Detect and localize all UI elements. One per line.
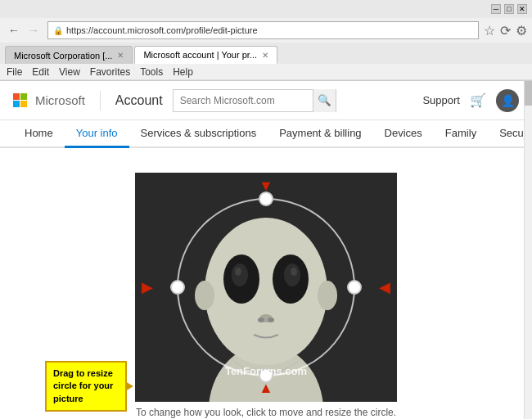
title-bar: ─ □ ✕ <box>0 0 532 18</box>
menu-tools[interactable]: Tools <box>140 66 163 78</box>
resize-handle-right[interactable] <box>347 280 362 295</box>
tab-your-info[interactable]: Your info <box>65 120 129 148</box>
maximize-button[interactable]: □ <box>504 4 514 14</box>
sq-yellow <box>20 101 27 107</box>
arrow-top: ▼ <box>259 178 273 195</box>
scrollbar[interactable] <box>524 81 532 419</box>
refresh-icon[interactable]: ⟳ <box>500 23 511 38</box>
close-button[interactable]: ✕ <box>517 4 527 14</box>
tab-microsoft-corp[interactable]: Microsoft Corporation [... ✕ <box>5 46 133 64</box>
tooltip-arrow <box>125 381 133 391</box>
tab-devices[interactable]: Devices <box>373 120 434 148</box>
window-controls[interactable]: ─ □ ✕ <box>491 4 527 14</box>
tab-close-icon[interactable]: ✕ <box>262 51 268 60</box>
ms-logo: Microsoft <box>13 93 85 107</box>
tab-services[interactable]: Services & subscriptions <box>129 120 268 148</box>
tab-ms-account[interactable]: Microsoft account | Your pr... ✕ <box>134 46 277 64</box>
tab-home[interactable]: Home <box>13 120 65 148</box>
tab-family[interactable]: Family <box>434 120 488 148</box>
menu-bar: File Edit View Favorites Tools Help <box>0 64 532 80</box>
search-input[interactable] <box>174 95 313 106</box>
account-label: Account <box>115 93 163 108</box>
resize-tooltip: Drag to resize circle for your picture <box>45 361 127 412</box>
page-content: Microsoft Account 🔍 Support 🛒 👤 Home You… <box>0 81 532 419</box>
lock-icon: 🔒 <box>53 26 63 35</box>
tab-payment[interactable]: Payment & billing <box>268 120 372 148</box>
nav-arrows: ← → <box>5 22 43 38</box>
sq-green <box>20 93 27 100</box>
cart-icon[interactable]: 🛒 <box>470 92 486 108</box>
ms-squares-icon <box>13 93 27 107</box>
arrow-bottom: ▲ <box>259 380 273 397</box>
menu-view[interactable]: View <box>59 66 80 78</box>
menu-edit[interactable]: Edit <box>32 66 49 78</box>
header-divider <box>100 91 101 110</box>
bottom-section: To change how you look, click to move an… <box>135 407 397 419</box>
menu-help[interactable]: Help <box>173 66 193 78</box>
ms-wordmark: Microsoft <box>35 93 85 107</box>
nav-right-icons: ☆ ⟳ ⚙ <box>484 23 527 38</box>
menu-file[interactable]: File <box>7 66 22 78</box>
header-right: Support 🛒 👤 <box>422 89 519 112</box>
forward-button[interactable]: → <box>25 22 43 38</box>
resize-handle-left[interactable] <box>170 280 185 295</box>
search-bar[interactable]: 🔍 <box>173 89 336 112</box>
menu-favorites[interactable]: Favorites <box>90 66 130 78</box>
search-button[interactable]: 🔍 <box>313 89 336 112</box>
image-editor-container[interactable]: ▼ ▲ ▶ ◀ TenForums.com <box>135 173 397 402</box>
address-text: https://account.microsoft.com/profile/ed… <box>66 25 473 35</box>
scrollbar-thumb[interactable] <box>525 81 532 106</box>
back-button[interactable]: ← <box>5 22 23 38</box>
tabs-bar: Microsoft Corporation [... ✕ Microsoft a… <box>0 43 532 64</box>
star-icon[interactable]: ☆ <box>484 23 495 38</box>
navigation-bar: ← → 🔒 https://account.microsoft.com/prof… <box>0 18 532 43</box>
circle-crop-area <box>178 199 354 376</box>
tab-label: Microsoft account | Your pr... <box>143 50 257 60</box>
support-link[interactable]: Support <box>422 94 460 106</box>
sq-red <box>13 93 20 100</box>
tab-close-icon[interactable]: ✕ <box>117 51 124 60</box>
settings-icon[interactable]: ⚙ <box>516 23 527 38</box>
page-nav: Home Your info Services & subscriptions … <box>0 120 532 148</box>
arrow-left: ▶ <box>142 278 153 296</box>
user-avatar[interactable]: 👤 <box>496 89 519 112</box>
instruction-text: To change how you look, click to move an… <box>135 407 397 418</box>
ms-header: Microsoft Account 🔍 Support 🛒 👤 <box>0 81 532 120</box>
address-bar[interactable]: 🔒 https://account.microsoft.com/profile/… <box>47 21 479 39</box>
main-content: Drag to resize circle for your picture <box>0 148 532 419</box>
tab-label: Microsoft Corporation [... <box>14 51 112 61</box>
minimize-button[interactable]: ─ <box>491 4 501 14</box>
watermark: TenForums.com <box>225 365 307 377</box>
sq-blue <box>13 101 20 107</box>
arrow-right: ◀ <box>379 278 390 296</box>
